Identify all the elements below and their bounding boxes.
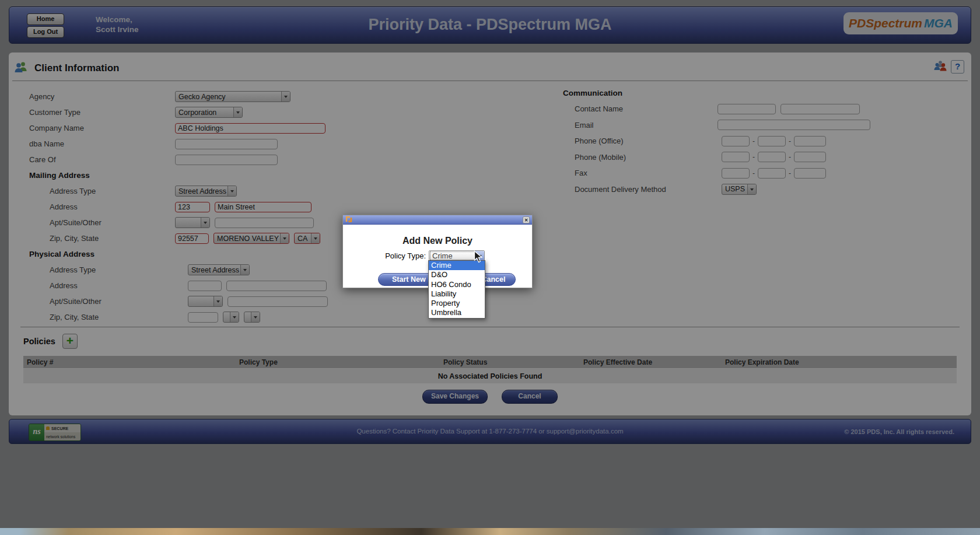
dialog-title-bar[interactable]: ✕ [343,215,532,225]
dropdown-option[interactable]: Property [429,299,485,308]
page: Home Log Out Welcome, Scott Irvine Prior… [0,0,980,535]
dropdown-option[interactable]: Umbrella [429,308,485,317]
dropdown-option[interactable]: HO6 Condo [429,280,485,289]
policy-type-label: Policy Type: [385,251,426,260]
close-icon[interactable]: ✕ [523,216,530,223]
policy-type-value: Crime [430,251,475,260]
dialog-heading: Add New Policy [343,236,532,246]
dropdown-option[interactable]: Liability [429,289,485,299]
policy-type-dropdown-list: Crime D&O HO6 Condo Liability Property U… [428,260,485,319]
add-new-policy-dialog: ✕ Add New Policy Policy Type: Crime Star… [342,215,533,288]
dialog-logo-icon [345,215,352,225]
desktop-strip [0,528,980,535]
mouse-cursor [474,250,484,266]
dropdown-option[interactable]: D&O [429,270,485,279]
